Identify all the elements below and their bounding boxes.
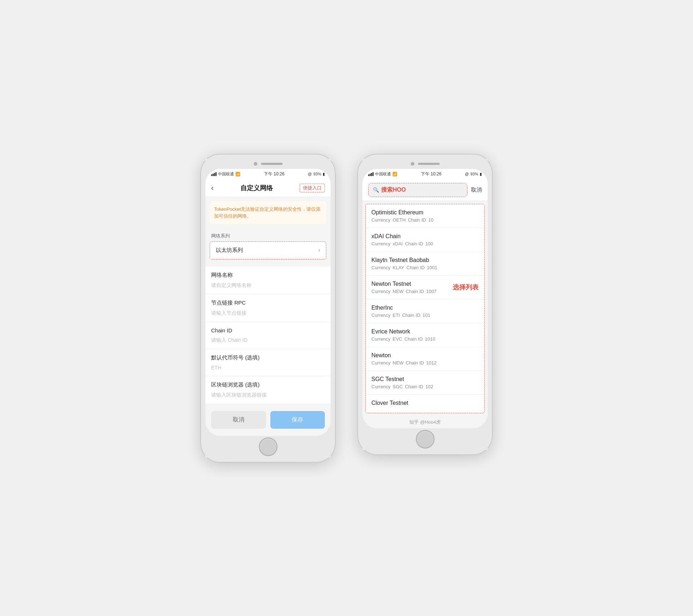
currency-label-0: Currency (371, 217, 391, 223)
network-item-xdai[interactable]: xDAI Chain Currency xDAI Chain ID 100 (366, 228, 484, 252)
chainid-val-3: 1007 (426, 289, 437, 294)
network-series-row[interactable]: 以太坊系列 › (210, 242, 326, 259)
chainid-label-0: Chain ID (408, 217, 426, 223)
field-rpc-label: 节点链接 RPC (205, 294, 331, 308)
search-cancel-button[interactable]: 取消 (471, 187, 482, 193)
network-meta-0: Currency OETH Chain ID 10 (371, 217, 479, 223)
warning-message: TokenPocket无法验证自定义网络的安全性，请仅添加可信任的网络。 (210, 201, 326, 224)
cancel-button[interactable]: 取消 (211, 411, 266, 429)
field-chain-id-label: Chain ID (205, 322, 331, 335)
camera-left (254, 162, 257, 166)
left-phone-top (205, 159, 331, 169)
field-currency-input[interactable]: ETH (205, 363, 331, 376)
network-item-newton[interactable]: Newton Currency NEW Chain ID 1012 (366, 347, 484, 371)
field-chain-id-input[interactable]: 请输入 Chain ID (205, 335, 331, 349)
battery-bar-right: ▮ (480, 172, 482, 176)
left-phone-inner: 中国联通 📶 下午 10:26 @ 93% ▮ ‹ 自定义网络 便捷入口 (205, 169, 331, 436)
select-list-annotation: 选择列表 (453, 283, 479, 292)
signal-bar-2 (213, 174, 214, 176)
currency-val-6: NEW (393, 360, 404, 366)
right-screen: 🔍 搜索HOO 取消 Optimistic Ethereum Currency … (362, 179, 488, 428)
field-explorer: 区块链浏览器 (选填) 请输入区块链浏览器链接 (205, 376, 331, 403)
search-bar: 🔍 搜索HOO 取消 (362, 179, 488, 201)
currency-val-3: NEW (393, 289, 404, 294)
wifi-icon-left: 📶 (235, 172, 240, 176)
network-name-7: SGC Testnet (371, 376, 479, 383)
form-fields: 网络名称 请自定义网络名称 节点链接 RPC 请输入节点链接 Chain ID … (205, 267, 331, 403)
field-network-name-input[interactable]: 请自定义网络名称 (205, 280, 331, 294)
signal-bar-r4 (372, 172, 374, 176)
signal-bar-r1 (368, 174, 369, 176)
currency-label-4: Currency (371, 313, 391, 318)
network-item-klaytn[interactable]: Klaytn Testnet Baobab Currency KLAY Chai… (366, 252, 484, 276)
network-meta-1: Currency xDAI Chain ID 100 (371, 241, 479, 246)
status-right-right: @ 93% ▮ (465, 172, 482, 176)
status-left-right: 中国联通 📶 (368, 171, 397, 177)
left-phone-bottom (205, 436, 331, 458)
field-explorer-label: 区块链浏览器 (选填) (205, 376, 331, 390)
network-item-newton-testnet[interactable]: Newton Testnet Currency NEW Chain ID 100… (366, 276, 484, 300)
battery-bar-left: ▮ (323, 172, 325, 176)
field-rpc: 节点链接 RPC 请输入节点链接 (205, 294, 331, 322)
search-input[interactable]: 搜索HOO (381, 186, 406, 194)
network-item-etherinc[interactable]: EtherInc Currency ETI Chain ID 101 (366, 300, 484, 323)
currency-val-4: ETI (393, 313, 400, 318)
network-meta-5: Currency EVC Chain ID 1010 (371, 336, 479, 342)
network-name-8: Clover Testnet (371, 400, 479, 406)
network-name-1: xDAI Chain (371, 233, 479, 240)
network-item-sgc[interactable]: SGC Testnet Currency SGC Chain ID 102 (366, 371, 484, 395)
chainid-val-1: 100 (426, 241, 433, 246)
currency-val-1: xDAI (393, 241, 403, 246)
field-network-name: 网络名称 请自定义网络名称 (205, 267, 331, 294)
divider-1 (205, 264, 331, 267)
search-icon: 🔍 (373, 187, 379, 193)
search-input-wrap[interactable]: 🔍 搜索HOO (368, 183, 467, 197)
chainid-label-2: Chain ID (406, 265, 425, 270)
status-left-left: 中国联通 📶 (211, 171, 240, 177)
chainid-label-7: Chain ID (405, 384, 423, 389)
network-series-selector[interactable]: 以太坊系列 › (210, 241, 326, 259)
home-button-left[interactable] (259, 437, 278, 456)
chainid-val-4: 101 (423, 313, 431, 318)
network-item-clover[interactable]: Clover Testnet (366, 395, 484, 413)
network-item-optimistic-ethereum[interactable]: Optimistic Ethereum Currency OETH Chain … (366, 204, 484, 228)
currency-label-3: Currency (371, 289, 391, 294)
signal-bar-3 (214, 173, 215, 176)
currency-label-6: Currency (371, 360, 391, 366)
status-right-left: @ 93% ▮ (308, 172, 325, 176)
network-item-evrice[interactable]: Evrice Network Currency EVC Chain ID 101… (366, 323, 484, 347)
left-screen: ‹ 自定义网络 便捷入口 TokenPocket无法验证自定义网络的安全性，请仅… (205, 179, 331, 436)
time-right: 下午 10:26 (421, 171, 441, 177)
right-phone: 中国联通 📶 下午 10:26 @ 93% ▮ 🔍 搜索HOO 取 (357, 154, 493, 455)
back-button-left[interactable]: ‹ (211, 184, 214, 192)
right-phone-bottom (362, 428, 488, 450)
chainid-label-1: Chain ID (405, 241, 423, 246)
main-container: 中国联通 📶 下午 10:26 @ 93% ▮ ‹ 自定义网络 便捷入口 (200, 154, 493, 463)
camera-right (411, 162, 414, 166)
signal-bar-4 (215, 172, 217, 176)
currency-val-5: EVC (393, 336, 402, 342)
signal-icon (211, 172, 217, 176)
chainid-label-5: Chain ID (404, 336, 423, 342)
currency-val-0: OETH (393, 217, 406, 223)
field-network-name-label: 网络名称 (205, 267, 331, 280)
speaker-right (418, 163, 440, 165)
carrier-right: 中国联通 (375, 171, 391, 177)
battery-icon-left: @ (308, 172, 312, 176)
network-name-0: Optimistic Ethereum (371, 209, 479, 216)
shortcut-button[interactable]: 便捷入口 (300, 184, 325, 192)
signal-bar-r2 (370, 174, 371, 176)
nav-bar-left: ‹ 自定义网络 便捷入口 (205, 179, 331, 197)
battery-left: 93% (313, 172, 321, 176)
field-rpc-input[interactable]: 请输入节点链接 (205, 308, 331, 322)
chainid-val-5: 1010 (425, 336, 435, 342)
left-phone: 中国联通 📶 下午 10:26 @ 93% ▮ ‹ 自定义网络 便捷入口 (200, 154, 336, 463)
network-name-5: Evrice Network (371, 328, 479, 335)
field-explorer-input[interactable]: 请输入区块链浏览器链接 (205, 390, 331, 403)
home-button-right[interactable] (416, 430, 435, 449)
page-title-left: 自定义网络 (240, 184, 273, 192)
network-meta-7: Currency SGC Chain ID 102 (371, 384, 479, 389)
currency-label-2: Currency (371, 265, 391, 270)
save-button[interactable]: 保存 (270, 411, 325, 429)
currency-val-2: KLAY (393, 265, 404, 270)
